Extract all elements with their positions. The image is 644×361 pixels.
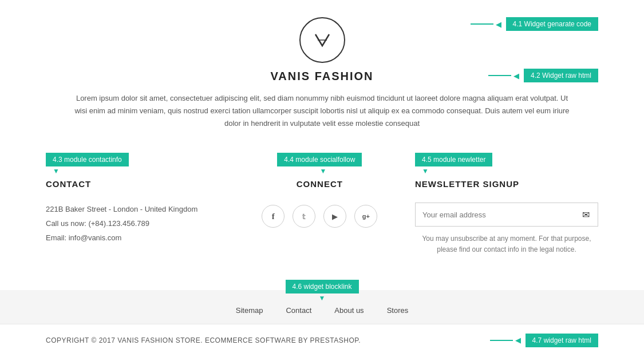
arrow-45: ▼ bbox=[422, 168, 429, 174]
footer-link-stores[interactable]: Stores bbox=[387, 306, 409, 315]
widget-43-wrapper: 4.3 module contactinfo ▼ bbox=[46, 153, 129, 174]
youtube-button[interactable]: ▶ bbox=[323, 205, 346, 228]
footer-link-sitemap[interactable]: Sitemap bbox=[236, 306, 263, 315]
contact-email: Email: info@vanis.com bbox=[46, 231, 229, 245]
connect-title: CONNECT bbox=[297, 179, 343, 189]
facebook-icon: f bbox=[272, 212, 275, 221]
newsletter-notice: You may unsubscribe at any moment. For t… bbox=[415, 233, 598, 255]
footer-link-about[interactable]: About us bbox=[334, 306, 364, 315]
brand-section: VANIS FASHION Lorem ipsum dolor sit amet… bbox=[46, 17, 598, 130]
connect-header: 4.4 module socialfollow ▼ CONNECT bbox=[277, 153, 362, 189]
arrow-44: ▼ bbox=[319, 168, 326, 174]
widget-47-container: ◀ 4.7 widget raw html bbox=[490, 334, 598, 347]
widget-45-label: 4.5 module newletter bbox=[415, 153, 492, 166]
widget-47-label: 4.7 widget raw html bbox=[526, 334, 598, 347]
contact-address: 221B Baker Street - London - United King… bbox=[46, 203, 229, 217]
footer-link-contact[interactable]: Contact bbox=[286, 306, 311, 315]
arrow-47: ◀ bbox=[490, 336, 521, 344]
contact-header: 4.3 module contactinfo ▼ CONTACT bbox=[46, 153, 229, 189]
contact-info: 221B Baker Street - London - United King… bbox=[46, 203, 229, 245]
youtube-icon: ▶ bbox=[332, 212, 338, 221]
page-wrapper: ◀ 4.1 Widget genarate code ◀ 4.2 Widget … bbox=[0, 0, 644, 361]
newsletter-input-row: ✉ bbox=[415, 203, 598, 227]
widget-46-container: 4.6 widget blocklink ▼ bbox=[285, 280, 358, 302]
copyright-text: COPYRIGHT © 2017 VANIS FASHION STORE. EC… bbox=[46, 336, 361, 344]
brand-name: VANIS FASHION bbox=[270, 70, 373, 83]
copyright-bar: COPYRIGHT © 2017 VANIS FASHION STORE. EC… bbox=[0, 324, 644, 356]
contact-title: CONTACT bbox=[46, 179, 91, 189]
widget-44-label: 4.4 module socialfollow bbox=[277, 153, 362, 166]
footer-links-bar: 4.6 widget blocklink ▼ Sitemap Contact A… bbox=[0, 290, 644, 324]
brand-description: Lorem ipsum dolor sit amet, consectetuer… bbox=[70, 92, 574, 130]
arrow-43: ▼ bbox=[53, 168, 60, 174]
connect-column: 4.4 module socialfollow ▼ CONNECT f 𝕥 ▶ bbox=[234, 153, 405, 255]
newsletter-title: NEWSLETTER SIGNUP bbox=[415, 179, 519, 189]
widget-44-wrapper: 4.4 module socialfollow ▼ bbox=[277, 153, 362, 174]
contact-phone: Call us now: (+84).123.456.789 bbox=[46, 217, 229, 231]
arrow-46: ▼ bbox=[319, 295, 326, 302]
contact-column: 4.3 module contactinfo ▼ CONTACT 221B Ba… bbox=[46, 153, 229, 255]
brand-logo bbox=[299, 17, 345, 63]
social-icons-row: f 𝕥 ▶ g+ bbox=[262, 205, 377, 228]
twitter-icon: 𝕥 bbox=[302, 212, 306, 221]
footer-main: ◀ 4.1 Widget genarate code ◀ 4.2 Widget … bbox=[0, 0, 644, 290]
widget-46-label: 4.6 widget blocklink bbox=[285, 280, 358, 293]
email-send-icon: ✉ bbox=[582, 209, 590, 220]
widget-45-wrapper: 4.5 module newletter ▼ bbox=[415, 153, 492, 174]
twitter-button[interactable]: 𝕥 bbox=[293, 205, 315, 228]
columns-section: 4.3 module contactinfo ▼ CONTACT 221B Ba… bbox=[46, 141, 598, 267]
newsletter-header: 4.5 module newletter ▼ NEWSLETTER SIGNUP bbox=[415, 153, 598, 189]
newsletter-column: 4.5 module newletter ▼ NEWSLETTER SIGNUP… bbox=[415, 153, 598, 255]
facebook-button[interactable]: f bbox=[262, 205, 285, 228]
logo-svg bbox=[311, 29, 334, 51]
googleplus-button[interactable]: g+ bbox=[354, 205, 377, 228]
newsletter-submit-button[interactable]: ✉ bbox=[575, 203, 598, 226]
newsletter-email-input[interactable] bbox=[416, 205, 575, 225]
widget-43-label: 4.3 module contactinfo bbox=[46, 153, 129, 166]
googleplus-icon: g+ bbox=[362, 213, 370, 220]
